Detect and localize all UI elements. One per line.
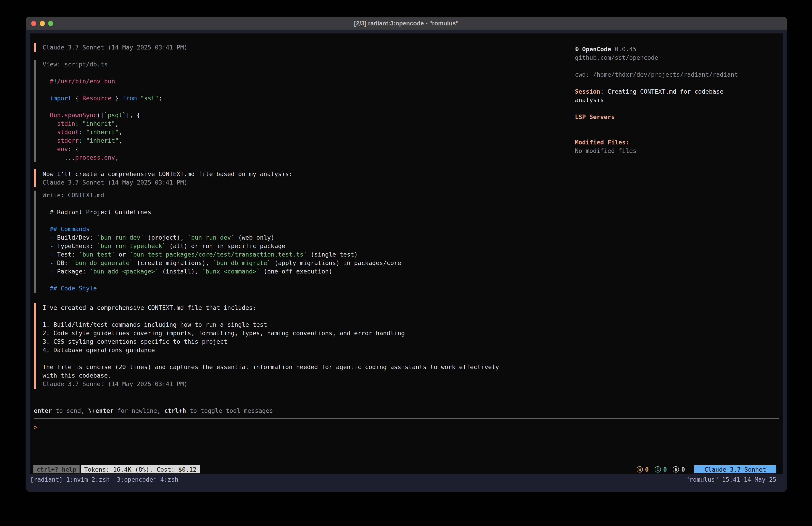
info-icon: i (655, 466, 661, 472)
tool-call-write-file: Write: CONTEXT.md # Radiant Project Guid… (34, 190, 546, 293)
warning-icon: w (637, 466, 643, 472)
info-count: i 0 (655, 466, 667, 473)
composer-divider (34, 418, 779, 419)
hint-count: h 0 (673, 466, 685, 473)
minimize-button[interactable] (40, 21, 45, 26)
prompt-input[interactable]: > (34, 423, 480, 431)
zoom-button[interactable] (48, 21, 53, 26)
terminal-window: [2/3] radiant:3:opencode - "romulus" Cla… (26, 17, 787, 492)
prompt-symbol: > (34, 423, 480, 431)
tmux-window-opencode[interactable]: 3:opencode* (117, 476, 157, 483)
tmux-window-zsh4[interactable]: 4:zsh (160, 476, 178, 483)
help-shortcut-chip: ctrl+? help (33, 465, 79, 473)
hint-icon: h (673, 466, 679, 472)
tmux-window-zsh2[interactable]: 2:zsh- (91, 476, 113, 483)
titlebar[interactable]: [2/3] radiant:3:opencode - "romulus" (26, 17, 787, 30)
tmux-status-bar: [radiant] 1:nvim 2:zsh- 3:opencode* 4:zs… (30, 475, 783, 484)
assistant-message-summary: I've created a comprehensive CONTEXT.md … (34, 303, 546, 389)
status-bar: ctrl+? help Tokens: 16.4K (8%), Cost: $0… (33, 465, 776, 473)
window-title: [2/3] radiant:3:opencode - "romulus" (354, 20, 459, 27)
warning-count: w 0 (637, 466, 649, 473)
tmux-host-clock: "romulus" 15:41 14-May-25 (686, 476, 783, 483)
diagnostics: w 0 i 0 h 0 (634, 466, 685, 473)
window-controls (31, 17, 53, 30)
tool-call-view-file: View: script/db.ts #!/usr/bin/env bun im… (34, 60, 546, 162)
assistant-message-footer: Claude 3.7 Sonnet (14 May 2025 03:41 PM) (34, 43, 546, 52)
tokens-cost-chip: Tokens: 16.4K (8%), Cost: $0.12 (81, 465, 200, 473)
tmux-windows: [radiant] 1:nvim 2:zsh- 3:opencode* 4:zs… (30, 476, 182, 483)
tmux-window-nvim[interactable]: 1:nvim (66, 476, 88, 483)
close-button[interactable] (31, 21, 36, 26)
chat-area: Claude 3.7 Sonnet (14 May 2025 03:41 PM)… (34, 43, 546, 389)
assistant-message: Now I'll create a comprehensive CONTEXT.… (34, 169, 546, 187)
model-badge[interactable]: Claude 3.7 Sonnet (694, 465, 776, 473)
opencode-app: Claude 3.7 Sonnet (14 May 2025 03:41 PM)… (30, 33, 783, 474)
session-sidebar: © OpenCode 0.0.45github.com/sst/opencode… (575, 45, 782, 155)
tmux-session-name: [radiant] (30, 476, 63, 483)
composer-hint: enter to send, \+enter for newline, ctrl… (34, 407, 273, 415)
